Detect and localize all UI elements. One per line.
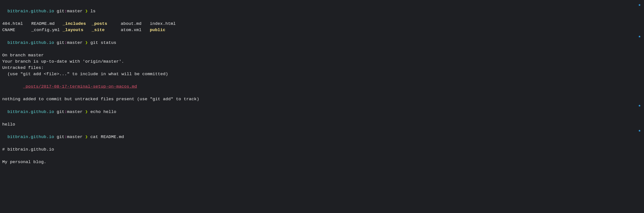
ls-item: CNAME (2, 27, 31, 33)
blank-line (2, 152, 642, 159)
ls-item-dir: _site (92, 27, 121, 33)
git-status-line: On branch master (2, 52, 642, 58)
ls-item: 404.html (2, 20, 31, 27)
ls-item: _config.yml (31, 27, 62, 33)
blank-line (2, 77, 642, 84)
git-status-line: Untracked files: (2, 65, 642, 71)
git-status-line: Your branch is up-to-date with 'origin/m… (2, 58, 642, 65)
prompt-directory: bitbrain.github.io (8, 110, 54, 114)
prompt-line-4[interactable]: bitbrain.github.io git:master ❯ cat READ… (2, 128, 642, 146)
ls-item: about.md (121, 20, 150, 27)
prompt-directory: bitbrain.github.io (8, 9, 54, 14)
git-branch: master (67, 40, 83, 45)
prompt-line-1[interactable]: bitbrain.github.io git:master ❯ ls ★ (2, 2, 642, 20)
ls-item: README.md (31, 20, 62, 27)
prompt-directory: bitbrain.github.io (8, 40, 54, 45)
star-icon: ★ (638, 33, 641, 40)
git-label: git (56, 9, 64, 14)
prompt-arrow: ❯ (85, 110, 88, 114)
blank-line (2, 90, 642, 96)
ls-item-dir: public (150, 27, 179, 33)
git-label: git (56, 40, 64, 45)
ls-item-dir: _layouts (62, 27, 92, 33)
git-colon: : (64, 134, 67, 140)
untracked-file: _posts/2017-08-17-terminal-setup-on-maco… (23, 84, 137, 89)
star-icon: ★ (638, 128, 641, 134)
ls-output-row-2: CNAME _config.yml _layouts _site atom.xm… (2, 27, 642, 33)
echo-output: hello (2, 121, 642, 128)
prompt-line-2[interactable]: bitbrain.github.io git:master ❯ git stat… (2, 33, 642, 52)
git-label: git (56, 134, 64, 140)
ls-item: index.html (150, 20, 179, 27)
git-colon: : (64, 40, 67, 45)
command-echo: echo hello (90, 110, 116, 114)
git-colon: : (64, 9, 67, 14)
prompt-arrow: ❯ (85, 40, 88, 45)
git-untracked-file-line: _posts/2017-08-17-terminal-setup-on-maco… (2, 84, 642, 90)
readme-line: My personal blog. (2, 159, 642, 165)
command-ls: ls (90, 9, 96, 14)
ls-item-dir: _posts (92, 20, 121, 27)
prompt-arrow: ❯ (85, 134, 88, 140)
command-git-status: git status (90, 40, 116, 45)
ls-item-dir: _includes (62, 20, 92, 27)
git-branch: master (67, 134, 83, 140)
ls-output-row-1: 404.html README.md _includes _posts abou… (2, 20, 642, 27)
readme-line: # bitbrain.github.io (2, 146, 642, 152)
git-status-line: (use "git add <file>..." to include in w… (2, 71, 642, 77)
star-icon: ★ (638, 2, 641, 8)
prompt-line-3[interactable]: bitbrain.github.io git:master ❯ echo hel… (2, 102, 642, 121)
git-label: git (56, 110, 64, 114)
command-cat: cat README.md (90, 134, 124, 140)
git-status-line: nothing added to commit but untracked fi… (2, 96, 642, 102)
git-colon: : (64, 110, 67, 114)
untracked-indent (2, 84, 23, 89)
git-branch: master (67, 9, 83, 14)
prompt-directory: bitbrain.github.io (8, 134, 54, 140)
git-branch: master (67, 110, 83, 114)
prompt-arrow: ❯ (85, 9, 88, 14)
ls-item: atom.xml (121, 27, 150, 33)
star-icon: ★ (638, 102, 641, 109)
